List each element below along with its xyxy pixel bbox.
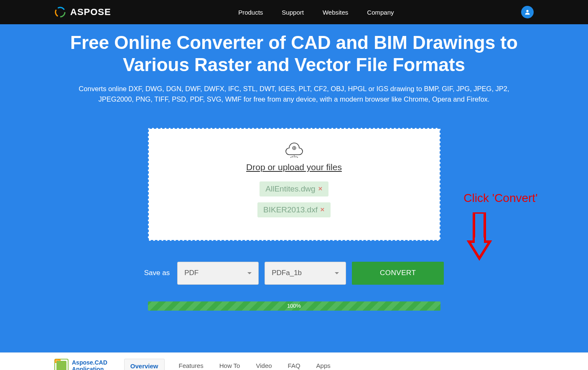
aspose-logo-icon (54, 6, 66, 18)
file-chip-0: AllEntites.dwg ✕ (260, 181, 328, 196)
controls-row: Save as PDF PDFa_1b CONVERT (54, 262, 534, 285)
tab-faq[interactable]: FAQ (286, 359, 302, 370)
file-name: BIKER2013.dxf (263, 205, 318, 214)
app-title-block: Aspose.CAD Application (72, 359, 107, 370)
progress-bar: 100% (148, 301, 440, 311)
convert-button[interactable]: CONVERT (352, 262, 444, 285)
svg-rect-6 (475, 237, 484, 243)
account-button[interactable] (521, 6, 534, 18)
brand-area[interactable]: ASPOSE (54, 6, 111, 18)
chevron-down-icon (335, 272, 339, 274)
subformat-value: PDFa_1b (272, 269, 302, 277)
app-title: Aspose.CAD (72, 359, 107, 366)
footer-nav: Ca Aspose.CAD Application Overview Featu… (0, 352, 588, 370)
app-icon: Ca (54, 359, 69, 370)
tab-apps[interactable]: Apps (315, 359, 332, 370)
page-subtitle: Converts online DXF, DWG, DGN, DWF, DWFX… (71, 84, 518, 105)
tab-howto[interactable]: How To (218, 359, 242, 370)
format-select[interactable]: PDF (177, 262, 259, 285)
subformat-select[interactable]: PDFa_1b (265, 262, 346, 285)
nav-websites[interactable]: Websites (323, 9, 348, 16)
page-title: Free Online Converter of CAD and BIM Dra… (54, 32, 534, 76)
file-name: AllEntites.dwg (265, 184, 315, 194)
app-badge[interactable]: Ca Aspose.CAD Application (54, 359, 107, 370)
svg-rect-5 (474, 212, 485, 242)
annotation-arrow-icon (465, 212, 494, 263)
tab-video[interactable]: Video (254, 359, 273, 370)
svg-point-3 (526, 10, 528, 12)
upload-cloud-icon (284, 141, 304, 158)
dropzone-label[interactable]: Drop or upload your files (246, 162, 342, 172)
dropzone[interactable]: Drop or upload your files AllEntites.dwg… (148, 128, 440, 241)
hero-section: Free Online Converter of CAD and BIM Dra… (0, 24, 588, 352)
save-as-label: Save as (144, 269, 170, 277)
app-sub: Application (72, 366, 107, 370)
chevron-down-icon (247, 272, 252, 274)
nav-support[interactable]: Support (282, 9, 304, 16)
tab-features[interactable]: Features (177, 359, 205, 370)
user-icon (524, 9, 531, 15)
footer-tabs: Overview Features How To Video FAQ Apps (124, 359, 332, 370)
progress-text: 100% (287, 303, 301, 309)
nav-company[interactable]: Company (367, 9, 394, 16)
brand-text: ASPOSE (70, 7, 111, 18)
topbar: ASPOSE Products Support Websites Company (0, 0, 588, 24)
annotation-text: Click 'Convert' (463, 191, 537, 205)
file-chip-1: BIKER2013.dxf ✕ (257, 202, 331, 217)
format-value: PDF (184, 269, 199, 277)
nav-products[interactable]: Products (238, 9, 263, 16)
tab-overview[interactable]: Overview (124, 359, 165, 370)
top-nav: Products Support Websites Company (238, 9, 394, 16)
remove-file-icon[interactable]: ✕ (318, 186, 323, 192)
remove-file-icon[interactable]: ✕ (320, 207, 325, 213)
